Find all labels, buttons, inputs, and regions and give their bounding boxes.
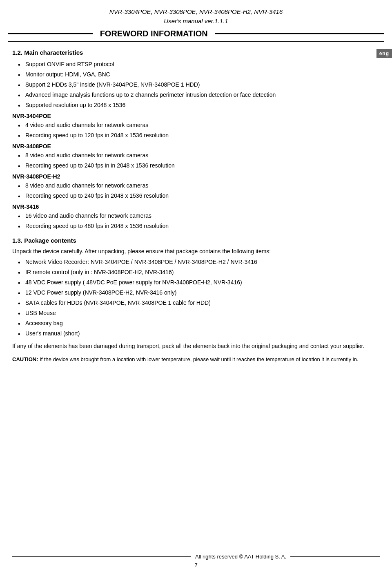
footer-copyright: All rights reserved © AAT Holding S. A. bbox=[195, 554, 286, 560]
bullet-item: 8 video and audio channels for network c… bbox=[16, 181, 380, 190]
nvr3416-bullets: 16 video and audio channels for network … bbox=[16, 212, 380, 230]
content-area: 1.2. Main characteristics Support ONVIF … bbox=[0, 42, 392, 364]
header-title: NVR-3304POE, NVR-3308POE, NVR-3408POE-H2… bbox=[0, 7, 392, 26]
page-header: NVR-3304POE, NVR-3308POE, NVR-3408POE-H2… bbox=[0, 0, 392, 29]
foreword-title: FOREWORD INFORMATION bbox=[100, 29, 208, 38]
foreword-bar: FOREWORD INFORMATION bbox=[8, 29, 384, 38]
bullet-item: 16 video and audio channels for network … bbox=[16, 212, 380, 220]
nvr3408poeh2-label: NVR-3408POE-H2 bbox=[12, 173, 380, 180]
section13-bullets: Network Video Recorder: NVR-3404POE / NV… bbox=[16, 258, 380, 338]
footer-lines: All rights reserved © AAT Holding S. A. bbox=[12, 554, 380, 560]
bullet-item: 4 video and audio channels for network c… bbox=[16, 121, 380, 130]
footer-line-right bbox=[290, 556, 380, 557]
caution-block: CAUTION: If the device was brought from … bbox=[12, 355, 380, 364]
bullet-item: 8 video and audio channels for network c… bbox=[16, 151, 380, 160]
caution-text: If the device was brought from a locatio… bbox=[38, 356, 359, 362]
bullet-item: Accessory bag bbox=[16, 319, 380, 328]
bullet-item: Supported resolution up to 2048 x 1536 bbox=[16, 101, 380, 109]
footer-page: 7 bbox=[12, 562, 380, 568]
bullet-item: Network Video Recorder: NVR-3404POE / NV… bbox=[16, 258, 380, 266]
bullet-item: Recording speed up to 240 fps in 2048 x … bbox=[16, 192, 380, 200]
nvr3408poe-label: NVR-3408POE bbox=[12, 143, 380, 150]
caution-label: CAUTION: bbox=[12, 356, 38, 362]
bullet-item: Advanced image analysis functions up to … bbox=[16, 91, 380, 99]
footer-line-left bbox=[12, 556, 191, 557]
foreword-right-line bbox=[215, 33, 384, 34]
bullet-item: Support 2 HDDs 3,5" inside (NVR-3404POE,… bbox=[16, 80, 380, 89]
nvr3404poe-bullets: 4 video and audio channels for network c… bbox=[16, 121, 380, 140]
header-line1: NVR-3304POE, NVR-3308POE, NVR-3408POE-H2… bbox=[109, 8, 283, 15]
bullet-item: USB Mouse bbox=[16, 309, 380, 317]
bullet-item: Recording speed up to 480 fps in 2048 x … bbox=[16, 222, 380, 230]
bullet-item: Recording speed up to 240 fps in in 2048… bbox=[16, 161, 380, 170]
bullet-item: Recording speed up to 120 fps in 2048 x … bbox=[16, 131, 380, 140]
bullet-item: Support ONVIF and RTSP protocol bbox=[16, 60, 380, 69]
section12-main-bullets: Support ONVIF and RTSP protocol Monitor … bbox=[16, 60, 380, 109]
nvr3408poeh2-bullets: 8 video and audio channels for network c… bbox=[16, 181, 380, 200]
nvr3408poe-bullets: 8 video and audio channels for network c… bbox=[16, 151, 380, 170]
section13-intro: Unpack the device carefully. After unpac… bbox=[12, 248, 380, 255]
bullet-item: 12 VDC Power supply (NVR-3408POE-H2, NVR… bbox=[16, 288, 380, 297]
bullet-item: SATA cables for HDDs (NVR-3404POE, NVR-3… bbox=[16, 299, 380, 307]
section13-closing: If any of the elements has been damaged … bbox=[12, 342, 380, 351]
page-container: NVR-3304POE, NVR-3308POE, NVR-3408POE-H2… bbox=[0, 0, 392, 574]
nvr3404poe-label: NVR-3404POE bbox=[12, 113, 380, 119]
bullet-item: User's manual (short) bbox=[16, 329, 380, 338]
header-line2: User's manual ver.1.1.1 bbox=[164, 18, 228, 25]
nvr3416-label: NVR-3416 bbox=[12, 203, 380, 210]
bullet-item: Monitor output: HDMI, VGA, BNC bbox=[16, 70, 380, 79]
footer: All rights reserved © AAT Holding S. A. … bbox=[0, 549, 392, 574]
bullet-item: IR remote control (only in : NVR-3408POE… bbox=[16, 268, 380, 277]
foreword-left-line bbox=[8, 33, 93, 34]
bullet-item: 48 VDC Power supply ( 48VDC PoE power su… bbox=[16, 278, 380, 287]
section12-heading: 1.2. Main characteristics bbox=[12, 49, 380, 56]
section13-heading: 1.3. Package contents bbox=[12, 237, 380, 244]
